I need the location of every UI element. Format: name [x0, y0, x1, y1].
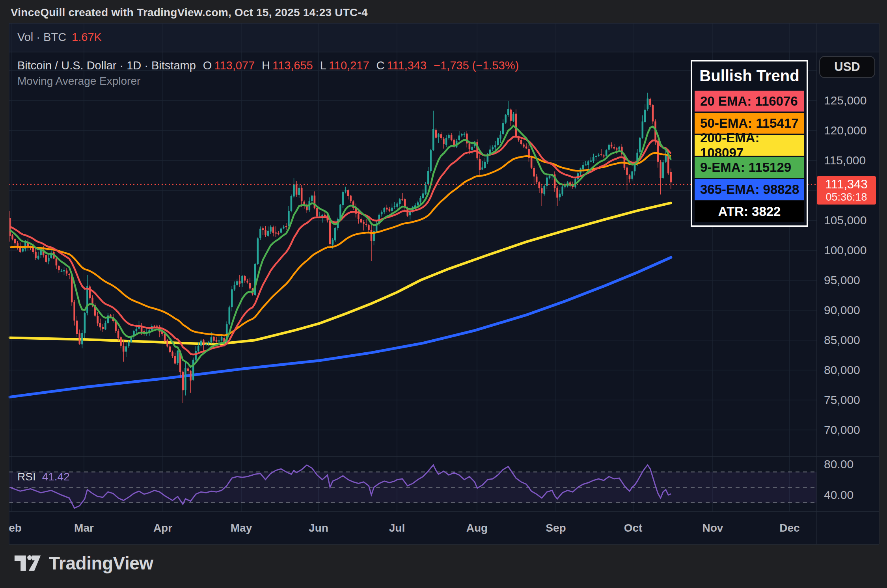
- price-tick-70000: 70,000: [824, 423, 860, 437]
- tradingview-logo-text: TradingView: [49, 553, 153, 574]
- month-label-aug: Aug: [453, 517, 501, 539]
- month-label-sep: Sep: [532, 517, 580, 539]
- legend-row-0: 20 EMA: 116076: [695, 91, 804, 112]
- month-label-nov: Nov: [689, 517, 736, 539]
- rsi-label: RSI: [17, 471, 36, 483]
- symbol-title[interactable]: Bitcoin / U.S. Dollar · 1D · Bitstamp: [17, 59, 196, 72]
- month-label-may: May: [218, 517, 265, 539]
- trend-legend-title: Bullish Trend: [692, 61, 807, 89]
- close-value: 111,343: [387, 59, 427, 72]
- price-tick-75000: 75,000: [824, 393, 860, 407]
- close-label: C: [376, 59, 385, 72]
- currency-toggle-button[interactable]: USD: [819, 56, 875, 78]
- legend-row-2: 200-EMA: 108097: [695, 135, 804, 156]
- legend-row-4: 365-EMA: 98828: [695, 179, 804, 200]
- price-tick-80000: 80,000: [824, 363, 860, 377]
- rsi-tick-40: 40.00: [824, 488, 853, 502]
- price-tick-115000: 115,000: [824, 154, 866, 167]
- legend-row-3: 9-EMA: 115129: [695, 157, 804, 178]
- month-label-oct: Oct: [609, 517, 657, 539]
- high-label: H: [262, 59, 270, 72]
- price-tick-90000: 90,000: [824, 303, 860, 317]
- price-tick-100000: 100,000: [824, 244, 867, 257]
- month-label-jun: Jun: [295, 517, 342, 539]
- volume-label: Vol · BTC: [17, 31, 66, 44]
- high-value: 113,655: [272, 59, 313, 72]
- price-tick-85000: 85,000: [824, 333, 860, 347]
- tradingview-branding[interactable]: TradingView: [14, 553, 153, 574]
- month-label-feb: Feb: [9, 517, 35, 539]
- rsi-pane-legend: RSI 41.42: [17, 471, 70, 483]
- rsi-value: 41.42: [42, 471, 70, 483]
- last-price-value: 111,343: [825, 178, 867, 191]
- open-value: 113,077: [214, 59, 255, 72]
- price-tick-95000: 95,000: [824, 274, 860, 287]
- open-label: O: [203, 59, 212, 72]
- currency-label: USD: [834, 60, 860, 74]
- time-axis[interactable]: FebMarAprMayJunJulAugSepOctNovDec: [9, 517, 817, 540]
- month-label-dec: Dec: [766, 517, 813, 539]
- volume-pane-legend: Vol · BTC 1.67K: [17, 31, 102, 44]
- last-price-tag: 111,343 05:36:18: [817, 176, 876, 205]
- indicator-title[interactable]: Moving Average Explorer: [17, 75, 140, 87]
- month-label-mar: Mar: [60, 517, 108, 539]
- tradingview-logo-icon: [14, 554, 41, 572]
- rsi-tick-80: 80.00: [824, 458, 853, 471]
- month-label-jul: Jul: [373, 517, 421, 539]
- price-tick-120000: 120,000: [824, 124, 867, 137]
- volume-value: 1.67K: [72, 31, 102, 44]
- bar-countdown: 05:36:18: [826, 191, 867, 203]
- trend-legend-rows: 20 EMA: 11607650-EMA: 115417200-EMA: 108…: [692, 91, 807, 222]
- legend-row-5: ATR: 3822: [695, 201, 804, 222]
- symbol-legend: Bitcoin / U.S. Dollar · 1D · Bitstamp O …: [17, 59, 519, 72]
- month-label-apr: Apr: [139, 517, 186, 539]
- low-label: L: [320, 59, 326, 72]
- low-value: 110,217: [329, 59, 369, 72]
- change-value: −1,735 (−1.53%): [434, 59, 519, 72]
- price-tick-125000: 125,000: [824, 94, 867, 107]
- price-tick-105000: 105,000: [824, 214, 867, 227]
- credit-watermark: VinceQuill created with TradingView.com,…: [11, 6, 368, 19]
- trend-legend-box: Bullish Trend 20 EMA: 11607650-EMA: 1154…: [691, 60, 808, 227]
